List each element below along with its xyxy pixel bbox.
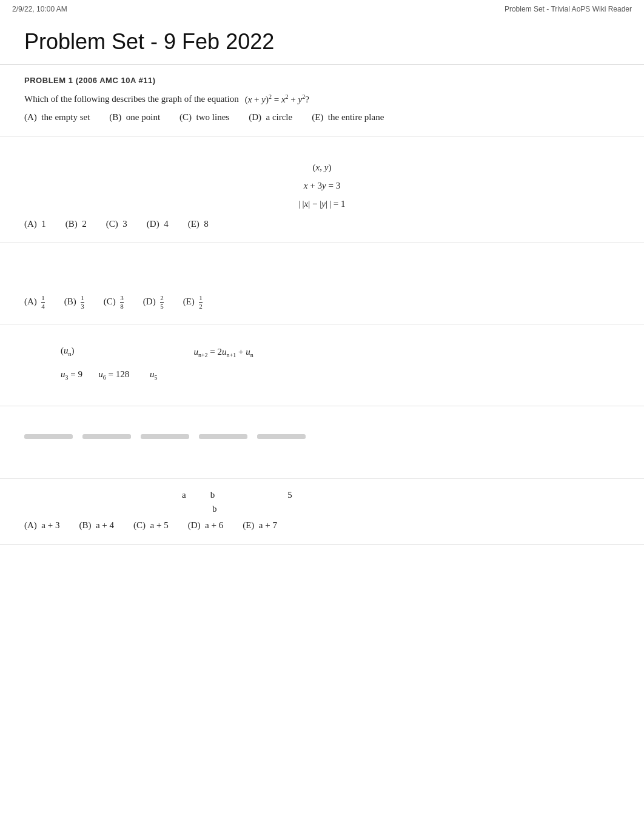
p5-b2: b <box>212 504 217 514</box>
datetime: 2/9/22, 10:00 AM <box>12 5 67 13</box>
problem-4-seq: (un) u3 = 9 u6 = 128 u5 un+2 = 2un+1 + u… <box>61 341 620 384</box>
p5-a: a <box>182 490 186 500</box>
problem-1-choices: (A) the empty set (B) one point (C) two … <box>24 112 620 122</box>
problem-5-placeholder <box>0 406 644 479</box>
choice-3e: (E) 1 2 <box>183 294 203 310</box>
problem-1-statement: Which of the following describes the gra… <box>24 93 620 105</box>
choice-1e-text: the entire plane <box>328 112 384 122</box>
choice-5c: (C) a + 5 <box>133 520 169 531</box>
problem-5-choices: (A) a + 3 (B) a + 4 (C) a + 5 (D) a + 6 … <box>24 520 620 531</box>
problem-5-statement: a b 5 <box>24 490 620 500</box>
p5-b2-line: b <box>24 504 620 514</box>
site-title: Problem Set - Trivial AoPS Wiki Reader <box>505 5 632 13</box>
choice-1a: (A) the empty set <box>24 112 90 122</box>
seq-given: u3 = 9 u6 = 128 u5 <box>61 365 157 384</box>
problem-2-block: (x, y) x + 3y = 3 | |x| − |y| | = 1 (A) … <box>0 136 644 243</box>
problem-3-choices: (A) 1 4 (B) 1 3 (C) 3 8 (D) 2 5 (E) <box>24 294 620 310</box>
choice-3c: (C) 3 8 <box>104 294 124 310</box>
seq-left: (un) u3 = 9 u6 = 128 u5 <box>61 341 157 384</box>
p5-b1: b <box>210 490 215 500</box>
recurrence: un+2 = 2un+1 + un <box>193 347 253 357</box>
choice-1e: (E) the entire plane <box>312 112 384 122</box>
choice-3d: (D) 2 5 <box>143 294 164 310</box>
problem-2-eq2: | |x| − |y| | = 1 <box>24 195 620 213</box>
problem-2-eq1: x + 3y = 3 <box>24 176 620 195</box>
choice-5d: (D) a + 6 <box>188 520 223 531</box>
problem-5-block: a b 5 b (A) a + 3 (B) a + 4 (C) a + 5 (D… <box>0 479 644 545</box>
placeholder-line-2 <box>82 434 131 439</box>
placeholder-line-1 <box>24 434 73 439</box>
choice-5a: (A) a + 3 <box>24 520 59 531</box>
problem-1-equation: (x + y)2 = x2 + y2? <box>245 93 309 105</box>
choice-1b: (B) one point <box>109 112 160 122</box>
problem-1-block: PROBLEM 1 (2006 AMC 10A #11) Which of th… <box>0 65 644 136</box>
placeholder-lines <box>24 434 620 439</box>
choice-2c: (C) 3 <box>106 219 127 229</box>
choice-5e: (E) a + 7 <box>243 520 277 531</box>
page-main-title: Problem Set - 9 Feb 2022 <box>24 29 620 55</box>
placeholder-line-3 <box>141 434 189 439</box>
p5-5: 5 <box>287 490 292 500</box>
seq-right: un+2 = 2un+1 + un <box>193 344 253 361</box>
find: u5 <box>150 369 158 379</box>
choice-2a: (A) 1 <box>24 219 46 229</box>
problem-1-header: PROBLEM 1 (2006 AMC 10A #11) <box>24 76 620 85</box>
choice-1d: (D) a circle <box>249 112 292 122</box>
choice-1d-text: a circle <box>266 112 292 122</box>
problem-1-text: Which of the following describes the gra… <box>24 94 239 104</box>
choice-5b: (B) a + 4 <box>79 520 114 531</box>
top-bar: 2/9/22, 10:00 AM Problem Set - Trivial A… <box>0 0 644 18</box>
given2: u6 = 128 <box>98 369 129 379</box>
problem-2-choices: (A) 1 (B) 2 (C) 3 (D) 4 (E) 8 <box>24 219 620 229</box>
choice-2e: (E) 8 <box>188 219 209 229</box>
choice-1c: (C) two lines <box>179 112 229 122</box>
placeholder-line-4 <box>199 434 247 439</box>
choice-1b-text: one point <box>126 112 160 122</box>
choice-2d: (D) 4 <box>147 219 169 229</box>
problem-4-block: (un) u3 = 9 u6 = 128 u5 un+2 = 2un+1 + u… <box>0 324 644 406</box>
choice-3b: (B) 1 3 <box>64 294 84 310</box>
problem-2-xy: (x, y) <box>24 158 620 176</box>
choice-1c-text: two lines <box>196 112 230 122</box>
choice-3a: (A) 1 4 <box>24 294 45 310</box>
page-title-section: Problem Set - 9 Feb 2022 <box>0 18 644 65</box>
given1: u3 = 9 <box>61 369 82 379</box>
placeholder-line-5 <box>257 434 306 439</box>
choice-1a-text: the empty set <box>41 112 90 122</box>
problem-3-block: (A) 1 4 (B) 1 3 (C) 3 8 (D) 2 5 (E) <box>0 243 644 324</box>
seq-label: (un) <box>61 341 157 360</box>
choice-2b: (B) 2 <box>65 219 87 229</box>
problem-2-math: (x, y) x + 3y = 3 | |x| − |y| | = 1 <box>24 158 620 213</box>
